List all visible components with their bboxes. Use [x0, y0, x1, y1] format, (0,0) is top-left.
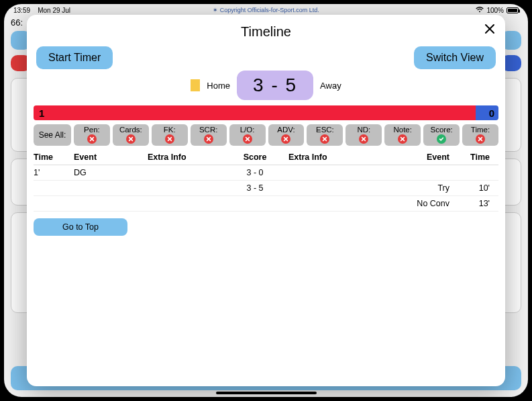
timeline-table: Time Event Extra Info Score Extra Info E… — [34, 150, 498, 212]
filter-adv[interactable]: ADV: — [268, 124, 305, 146]
x-icon — [165, 134, 174, 144]
x-icon — [398, 134, 407, 144]
filter-scr[interactable]: SCR: — [191, 124, 227, 146]
cell-score: 3 - 5 — [221, 183, 288, 193]
filter-cards[interactable]: Cards: — [113, 124, 149, 146]
table-row: 1'DG3 - 0 — [34, 165, 498, 181]
filter-score[interactable]: Score: — [423, 124, 460, 146]
score-pill: 3 - 5 — [237, 71, 313, 100]
home-label: Home — [207, 81, 230, 91]
half-right: 0 — [476, 105, 498, 120]
x-icon — [476, 134, 485, 144]
th-extra-r: Extra Info — [288, 152, 362, 162]
filter-pen[interactable]: Pen: — [74, 124, 110, 146]
cell-score: 3 - 0 — [221, 168, 288, 177]
table-row: No Conv13' — [34, 196, 498, 212]
filter-fk[interactable]: FK: — [152, 124, 188, 146]
filter-see-all[interactable]: See All: — [34, 124, 71, 146]
table-row: 3 - 5Try10' — [34, 181, 498, 196]
cell-event-r: No Conv — [362, 199, 449, 208]
close-icon[interactable] — [484, 21, 496, 39]
filter-time[interactable]: Time: — [462, 124, 498, 146]
home-indicator[interactable] — [216, 392, 317, 394]
filter-label: ADV: — [277, 126, 295, 134]
th-time-l: Time — [34, 152, 74, 162]
switch-view-button[interactable]: Switch View — [414, 46, 496, 69]
filter-see-all-label: See All: — [39, 130, 66, 140]
th-event-l: Event — [74, 152, 148, 162]
filter-label: Pen: — [84, 126, 100, 134]
filter-label: ND: — [357, 126, 370, 134]
timeline-modal: Timeline Start Timer Switch View Home 3 … — [27, 15, 505, 386]
half-bar: 1 0 — [34, 105, 498, 120]
filter-row: See All: Pen:Cards:FK:SCR:L/O:ADV:ESC:ND… — [27, 124, 505, 146]
half-left: 1 — [34, 105, 476, 120]
cell-time-r: 10' — [449, 183, 490, 193]
start-timer-button[interactable]: Start Timer — [36, 46, 113, 69]
cell-time-r: 13' — [449, 199, 490, 208]
th-event-r: Event — [362, 152, 449, 162]
x-icon — [320, 134, 329, 144]
x-icon — [359, 134, 368, 144]
filter-note[interactable]: Note: — [384, 124, 421, 146]
filter-label: Cards: — [119, 126, 142, 134]
cell-event-r: Try — [362, 183, 449, 193]
score-row: Home 3 - 5 Away — [27, 71, 505, 100]
filter-label: L/O: — [240, 126, 255, 134]
filter-label: Score: — [430, 126, 452, 134]
check-icon — [437, 134, 446, 144]
th-score: Score — [221, 152, 288, 162]
go-to-top-button[interactable]: Go to Top — [34, 218, 127, 236]
cell-event-l: DG — [74, 168, 148, 177]
filter-label: Time: — [471, 126, 490, 134]
x-icon — [126, 134, 136, 144]
cell-time-l: 1' — [34, 168, 74, 177]
x-icon — [204, 134, 213, 144]
th-extra-l: Extra Info — [148, 152, 221, 162]
x-icon — [87, 134, 97, 144]
table-header: Time Event Extra Info Score Extra Info E… — [34, 150, 498, 165]
filter-label: ESC: — [316, 126, 334, 134]
modal-title: Timeline — [27, 24, 505, 40]
filter-label: Note: — [393, 126, 412, 134]
filter-label: FK: — [164, 126, 176, 134]
x-icon — [281, 134, 290, 144]
filter-label: SCR: — [199, 126, 217, 134]
filter-lo[interactable]: L/O: — [229, 124, 266, 146]
filter-esc[interactable]: ESC: — [307, 124, 343, 146]
x-icon — [243, 134, 252, 144]
th-time-r: Time — [449, 152, 490, 162]
home-color-chip — [191, 79, 200, 91]
away-label: Away — [320, 81, 341, 91]
filter-nd[interactable]: ND: — [345, 124, 382, 146]
